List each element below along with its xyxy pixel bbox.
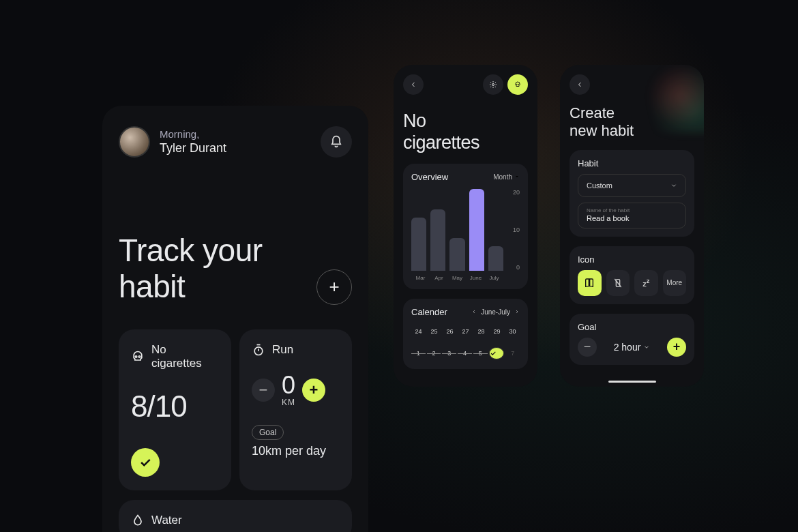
add-habit-button[interactable]: + <box>316 269 352 305</box>
calendar-day[interactable]: 7 <box>505 346 520 361</box>
chart-xlabel: Apr <box>430 275 448 281</box>
chart-ytick: 20 <box>513 189 520 196</box>
habit-detail-screen: No cigarettes Overview Month 20100 MarAp… <box>394 65 537 387</box>
habit-section: Habit Custom Name of the habit Read a bo… <box>570 150 694 237</box>
card-label: Run <box>272 343 293 357</box>
calendar-day[interactable]: 30 <box>505 324 520 339</box>
habit-card-water[interactable]: Water <box>119 500 352 532</box>
chart-bar[interactable] <box>488 246 503 271</box>
habit-icon-button[interactable] <box>507 74 528 95</box>
create-habit-screen: Create new habit Habit Custom Name of th… <box>560 65 704 387</box>
chart-xlabel: May <box>448 275 467 281</box>
panel-title: Overview <box>411 172 448 182</box>
calendar-day[interactable]: 24 <box>411 324 426 339</box>
mark-done-button[interactable] <box>131 448 160 477</box>
icon-section: Icon zz More <box>570 246 694 304</box>
minus-icon: − <box>259 381 268 399</box>
plus-icon: + <box>310 381 319 399</box>
chevron-down-icon <box>514 174 520 179</box>
chart-bar[interactable] <box>430 209 445 271</box>
calendar-day[interactable]: 26 <box>443 324 457 339</box>
skull-icon <box>514 80 522 89</box>
bell-icon <box>329 135 343 149</box>
habit-card-run[interactable]: Run − 0 KM + Goal 10km per day <box>239 329 352 490</box>
back-button[interactable] <box>403 74 424 95</box>
run-value: 0 KM <box>282 373 295 407</box>
chevron-down-icon <box>670 182 677 189</box>
calendar-day[interactable] <box>489 347 505 359</box>
chevron-right-icon[interactable] <box>514 309 520 314</box>
calendar-day[interactable]: 1 <box>411 346 426 361</box>
calendar-panel: Calender June-July 24252627282930 123457 <box>403 299 528 369</box>
chevron-left-icon <box>576 80 584 89</box>
plus-icon: + <box>673 340 681 354</box>
chart-ytick: 10 <box>513 226 520 233</box>
card-value: 8/10 <box>131 389 219 424</box>
chart-ytick: 0 <box>516 264 520 271</box>
chart-xlabel: Mar <box>411 275 430 281</box>
goal-increment-button[interactable]: + <box>667 338 686 357</box>
book-icon <box>584 278 595 289</box>
range-dropdown[interactable]: Month <box>493 173 520 181</box>
card-label: No cigarettes <box>151 343 219 370</box>
icon-option-book[interactable] <box>578 270 602 296</box>
chart-bar[interactable] <box>449 238 464 271</box>
calendar-day[interactable]: 25 <box>427 324 441 339</box>
overview-panel: Overview Month 20100 MarAprMayJuneJuly <box>403 164 528 289</box>
svg-point-0 <box>135 356 137 358</box>
user-name: Tyler Durant <box>160 141 311 156</box>
icon-option-phone-off[interactable] <box>606 270 630 296</box>
page-title: Track your habit <box>119 233 263 305</box>
chevron-down-icon <box>643 344 650 351</box>
decrement-button[interactable]: − <box>252 379 275 402</box>
greeting-line: Morning, <box>160 128 311 140</box>
calendar-day[interactable]: 2 <box>427 346 441 361</box>
minus-icon: − <box>584 340 591 354</box>
calendar-day[interactable]: 5 <box>473 346 488 361</box>
greeting: Morning, Tyler Durant <box>160 128 311 156</box>
stopwatch-icon <box>252 343 265 357</box>
chart-bar[interactable] <box>469 189 484 271</box>
panel-title: Calender <box>411 307 447 317</box>
avatar[interactable] <box>119 126 150 158</box>
icon-option-more[interactable]: More <box>663 270 687 296</box>
skull-icon <box>131 350 145 364</box>
calendar-day[interactable]: 29 <box>490 324 504 339</box>
page-title: Create new habit <box>570 104 694 141</box>
overview-chart: 20100 <box>411 189 520 271</box>
habit-cards: No cigarettes 8/10 Run − 0 KM <box>119 329 352 490</box>
calendar-day[interactable]: 4 <box>458 346 472 361</box>
section-label: Habit <box>578 158 686 168</box>
section-label: Goal <box>578 322 686 332</box>
page-title: No cigarettes <box>403 110 528 154</box>
notifications-button[interactable] <box>321 126 352 158</box>
title-row: Track your habit + <box>119 233 352 305</box>
chevron-left-icon[interactable] <box>471 309 477 314</box>
calendar-day[interactable]: 28 <box>474 324 488 339</box>
icon-option-sleep[interactable]: zz <box>634 270 658 296</box>
calendar-day[interactable]: 3 <box>442 346 456 361</box>
habit-type-select[interactable]: Custom <box>578 174 686 197</box>
habit-name-input[interactable]: Name of the habit Read a book <box>578 203 686 228</box>
chart-bar[interactable] <box>411 218 426 271</box>
increment-button[interactable]: + <box>302 379 325 402</box>
phone-off-icon <box>612 278 623 289</box>
goal-decrement-button[interactable]: − <box>578 338 597 357</box>
calendar-day[interactable]: 27 <box>458 324 473 339</box>
home-indicator <box>608 381 656 383</box>
sleep-icon: zz <box>642 278 649 288</box>
header <box>403 74 528 95</box>
calendar-range: June-July <box>481 308 510 316</box>
goal-value-dropdown[interactable]: 2 hour <box>614 342 651 353</box>
droplet-icon <box>131 514 145 527</box>
chevron-left-icon <box>409 80 417 89</box>
card-label: Water <box>151 514 182 527</box>
section-label: Icon <box>578 254 686 265</box>
settings-button[interactable] <box>483 74 503 95</box>
habit-card-no-cigarettes[interactable]: No cigarettes 8/10 <box>119 329 231 490</box>
back-button[interactable] <box>570 74 590 95</box>
svg-point-4 <box>516 85 517 85</box>
svg-point-2 <box>254 347 263 355</box>
plus-icon: + <box>329 276 339 297</box>
svg-point-5 <box>518 85 519 85</box>
